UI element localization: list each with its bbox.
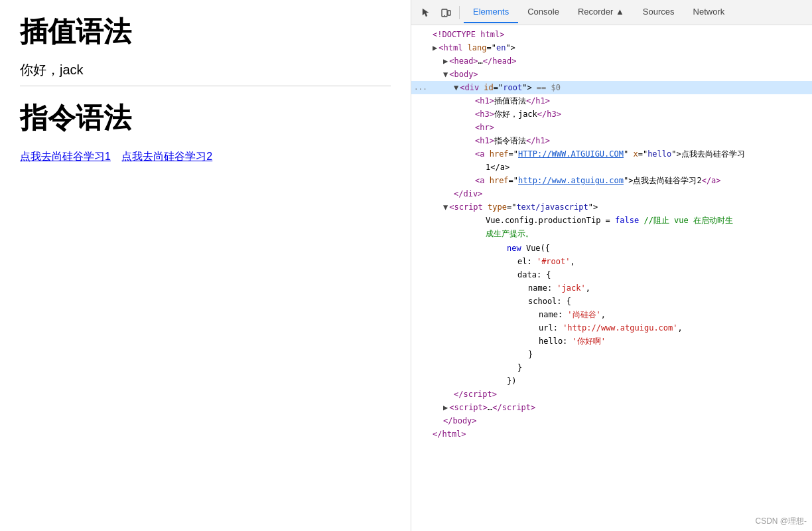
link2[interactable]: 点我去尚硅谷学习2 [121, 151, 212, 162]
devtools-elements-content: <!DOCTYPE html> <html lang="en"> <head>…… [411, 25, 812, 531]
script2-triangle[interactable] [443, 402, 448, 414]
tab-console[interactable]: Console [518, 1, 569, 23]
el-line: el: '#root', [411, 255, 812, 268]
link1[interactable]: 点我去尚硅谷学习1 [20, 151, 111, 162]
svg-point-2 [444, 15, 445, 16]
h1-interpolation-line: <h1>插值语法</h1> [411, 94, 812, 108]
div-root-line[interactable]: ... <div id="root"> == $0 [411, 81, 812, 94]
vue-close-line: }) [411, 374, 812, 388]
name-line: name: 'jack', [411, 281, 812, 295]
new-vue-line: new Vue({ [411, 242, 812, 255]
head-triangle[interactable] [443, 55, 448, 67]
data-line: data: { [411, 268, 812, 281]
devtools-panel: Elements Console Recorder ▲ Sources Netw… [411, 0, 812, 531]
devtools-tabs: Elements Console Recorder ▲ Sources Netw… [464, 1, 807, 23]
main-title: 插值语法 [20, 13, 391, 50]
directive-title: 指令语法 [20, 100, 391, 137]
head-line: <head>…</head> [411, 54, 812, 68]
a-link2-line: <a href="http://www.atguigu.com">点我去尚硅谷学… [411, 174, 812, 187]
device-toggle-icon[interactable] [437, 3, 455, 22]
devtools-toolbar: Elements Console Recorder ▲ Sources Netw… [411, 0, 812, 25]
h1-directive-line: <h1>指令语法</h1> [411, 134, 812, 147]
tab-sources[interactable]: Sources [634, 1, 684, 23]
toolbar-separator [459, 6, 460, 19]
links-container: 点我去尚硅谷学习1 点我去尚硅谷学习2 [20, 150, 391, 164]
hr-line: <hr> [411, 121, 812, 134]
inspect-element-icon[interactable] [417, 3, 435, 22]
data-close-line: } [411, 361, 812, 374]
html-close-line: </html> [411, 427, 812, 441]
csdn-watermark: CSDN @理想- [755, 516, 807, 527]
body-open-line: <body> [411, 68, 812, 81]
vue-config-comment-line: 成生产提示。 [411, 227, 812, 240]
script-close-line: </script> [411, 388, 812, 401]
tab-network[interactable]: Network [684, 1, 734, 23]
doctype-line: <!DOCTYPE html> [411, 28, 812, 41]
a-link1-text-line: 1</a> [411, 161, 812, 174]
html-open-line: <html lang="en"> [411, 41, 812, 54]
school-line: school: { [411, 295, 812, 308]
webpage-preview: 插值语法 你好，jack 指令语法 点我去尚硅谷学习1 点我去尚硅谷学习2 [0, 0, 411, 531]
school-name-line: name: '尚硅谷', [411, 308, 812, 321]
svg-rect-1 [448, 11, 450, 15]
greeting-text: 你好，jack [20, 61, 391, 79]
tab-recorder[interactable]: Recorder ▲ [569, 1, 634, 23]
div-root-triangle[interactable] [454, 82, 458, 94]
script2-line: <script>…</script> [411, 401, 812, 414]
body-close-line: </body> [411, 414, 812, 427]
vue-config-line: Vue.config.productionTip = false //阻止 vu… [411, 214, 812, 227]
a-link1-line: <a href="HTTP://WWW.ATGUIGU.COM" x="hell… [411, 147, 812, 161]
div-close-line: </div> [411, 187, 812, 200]
body-triangle[interactable] [443, 68, 448, 80]
html-triangle[interactable] [433, 42, 437, 54]
script-open-line: <script type="text/javascript"> [411, 200, 812, 214]
school-hello-line: hello: '你好啊' [411, 335, 812, 348]
school-close-line: } [411, 348, 812, 361]
tab-elements[interactable]: Elements [464, 1, 518, 23]
script-triangle[interactable] [443, 201, 448, 213]
h3-greeting-line: <h3>你好，jack</h3> [411, 108, 812, 121]
divider [20, 86, 391, 86]
school-url-line: url: 'http://www.atguigu.com', [411, 321, 812, 335]
